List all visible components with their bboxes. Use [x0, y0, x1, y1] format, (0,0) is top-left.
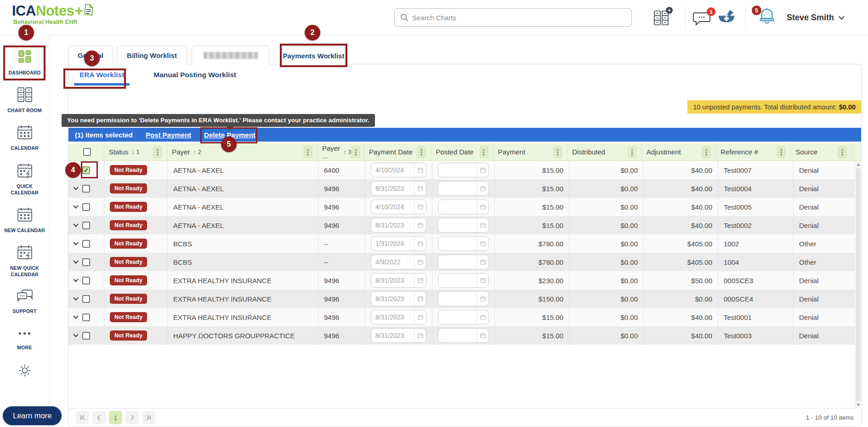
next-page-button[interactable]: [125, 411, 139, 424]
calendar-picker-icon[interactable]: [414, 200, 426, 214]
row-expand-chevron-icon[interactable]: [73, 222, 78, 227]
calendar-picker-icon[interactable]: [477, 273, 488, 287]
sidebar-item-new-quick-calendar[interactable]: NEW QUICK CALENDAR: [0, 245, 49, 278]
row-expand-chevron-icon[interactable]: [73, 258, 78, 263]
column-menu-icon[interactable]: [351, 146, 360, 158]
notifications-bell-icon[interactable]: 5: [757, 7, 777, 28]
row-checkbox[interactable]: [82, 203, 90, 211]
calendar-picker-icon[interactable]: [414, 310, 426, 324]
first-page-button[interactable]: [76, 411, 89, 424]
row-expand-chevron-icon[interactable]: [73, 240, 78, 245]
medication-icon[interactable]: [717, 10, 736, 29]
scroll-up-icon[interactable]: [857, 163, 860, 166]
posted-date-input[interactable]: [438, 236, 489, 251]
calendar-picker-icon[interactable]: [414, 292, 426, 306]
header-adjustment[interactable]: Adjustment: [642, 143, 716, 160]
row-expand-chevron-icon[interactable]: [73, 203, 78, 208]
payment-date-input[interactable]: 1/31/2024: [371, 236, 426, 251]
prev-page-button[interactable]: [92, 411, 106, 424]
column-menu-icon[interactable]: [777, 146, 786, 158]
payment-date-input[interactable]: 8/31/2023: [371, 218, 426, 233]
calendar-picker-icon[interactable]: [477, 292, 488, 306]
scrollbar-thumb[interactable]: [856, 168, 860, 401]
file-cabinet-add-icon[interactable]: +: [652, 10, 670, 28]
row-expand-chevron-icon[interactable]: [73, 295, 78, 300]
row-checkbox[interactable]: [82, 295, 90, 303]
column-menu-icon[interactable]: [303, 146, 312, 158]
row-checkbox[interactable]: [82, 240, 90, 248]
column-menu-icon[interactable]: [838, 146, 847, 158]
header-status[interactable]: Status ↓ 1: [104, 143, 168, 160]
scroll-down-icon[interactable]: [857, 404, 860, 406]
payment-date-input[interactable]: 8/31/2023: [371, 273, 426, 288]
payment-date-input[interactable]: 8/31/2023: [371, 328, 426, 343]
learn-more-button[interactable]: Learn more: [3, 406, 62, 425]
header-source[interactable]: Source: [791, 143, 852, 160]
sidebar-item-support[interactable]: SUPPORT: [0, 289, 49, 314]
sidebar-item-chart-room[interactable]: CHART ROOM: [0, 87, 49, 114]
subtab-era-worklist[interactable]: ERA Worklist: [74, 64, 130, 85]
posted-date-input[interactable]: [438, 255, 489, 269]
calendar-picker-icon[interactable]: [414, 255, 426, 269]
calendar-picker-icon[interactable]: [477, 329, 488, 342]
tab-payments-worklist[interactable]: Payments Worklist: [282, 46, 346, 66]
calendar-picker-icon[interactable]: [414, 273, 426, 287]
calendar-picker-icon[interactable]: [477, 218, 488, 232]
sidebar-item-more[interactable]: MORE: [0, 326, 49, 351]
row-expand-chevron-icon[interactable]: [73, 277, 78, 282]
posted-date-input[interactable]: [438, 181, 489, 196]
posted-date-input[interactable]: [438, 310, 489, 325]
calendar-picker-icon[interactable]: [477, 200, 488, 214]
calendar-picker-icon[interactable]: [414, 163, 426, 177]
payment-date-input[interactable]: 8/31/2023: [371, 291, 426, 306]
sidebar-item-settings[interactable]: [0, 363, 49, 380]
post-payment-link[interactable]: Post Payment: [146, 131, 191, 139]
tab-redacted[interactable]: [192, 46, 269, 64]
messages-icon[interactable]: 1: [693, 11, 711, 28]
header-distributed[interactable]: Distributed: [567, 143, 641, 160]
user-menu[interactable]: Steve Smith: [787, 0, 844, 35]
row-checkbox[interactable]: [82, 313, 90, 321]
header-reference[interactable]: Reference #: [716, 143, 791, 160]
row-checkbox[interactable]: [82, 222, 90, 229]
row-checkbox[interactable]: [82, 258, 90, 266]
calendar-picker-icon[interactable]: [477, 310, 488, 324]
calendar-picker-icon[interactable]: [414, 218, 426, 232]
row-expand-chevron-icon[interactable]: [73, 313, 78, 319]
sidebar-item-dashboard[interactable]: DASHBOARD: [0, 49, 49, 76]
column-menu-icon[interactable]: [553, 146, 562, 158]
payment-date-input[interactable]: 4/10/2024: [371, 199, 426, 214]
icanotes-logo[interactable]: ICANotes+ Behavioral Health EHR: [12, 4, 94, 25]
column-menu-icon[interactable]: [702, 146, 711, 158]
row-expand-chevron-icon[interactable]: [73, 332, 78, 337]
posted-date-input[interactable]: [438, 199, 489, 214]
calendar-picker-icon[interactable]: [414, 237, 426, 251]
sidebar-item-quick-calendar[interactable]: QUICK CALENDAR: [0, 163, 49, 196]
posted-date-input[interactable]: [438, 328, 489, 343]
calendar-picker-icon[interactable]: [414, 329, 426, 342]
payment-date-input[interactable]: 8/31/2023: [371, 310, 426, 325]
row-checkbox[interactable]: [82, 332, 90, 340]
column-menu-icon[interactable]: [417, 146, 426, 158]
current-page-button[interactable]: 1: [109, 411, 122, 424]
header-payment-date[interactable]: Payment Date: [364, 143, 431, 160]
header-payment[interactable]: Payment: [494, 143, 567, 160]
column-menu-icon[interactable]: [628, 146, 637, 158]
payment-date-input[interactable]: 4/10/2024: [371, 163, 426, 177]
row-checkbox[interactable]: [82, 185, 90, 193]
sidebar-item-calendar[interactable]: CALENDAR: [0, 125, 49, 151]
row-checkbox[interactable]: [82, 166, 90, 174]
posted-date-input[interactable]: [438, 291, 489, 306]
posted-date-input[interactable]: [438, 218, 489, 233]
calendar-picker-icon[interactable]: [477, 255, 488, 269]
row-checkbox[interactable]: [82, 277, 90, 285]
tab-billing-worklist[interactable]: Billing Worklist: [117, 46, 187, 64]
vertical-scrollbar[interactable]: [855, 161, 861, 409]
posted-date-input[interactable]: [438, 273, 489, 288]
subtab-manual-posting-worklist[interactable]: Manual Posting Worklist: [148, 64, 242, 85]
calendar-picker-icon[interactable]: [477, 237, 488, 251]
calendar-picker-icon[interactable]: [477, 182, 488, 195]
search-input[interactable]: [412, 9, 631, 26]
select-all-checkbox[interactable]: [83, 148, 91, 156]
calendar-picker-icon[interactable]: [414, 182, 426, 195]
